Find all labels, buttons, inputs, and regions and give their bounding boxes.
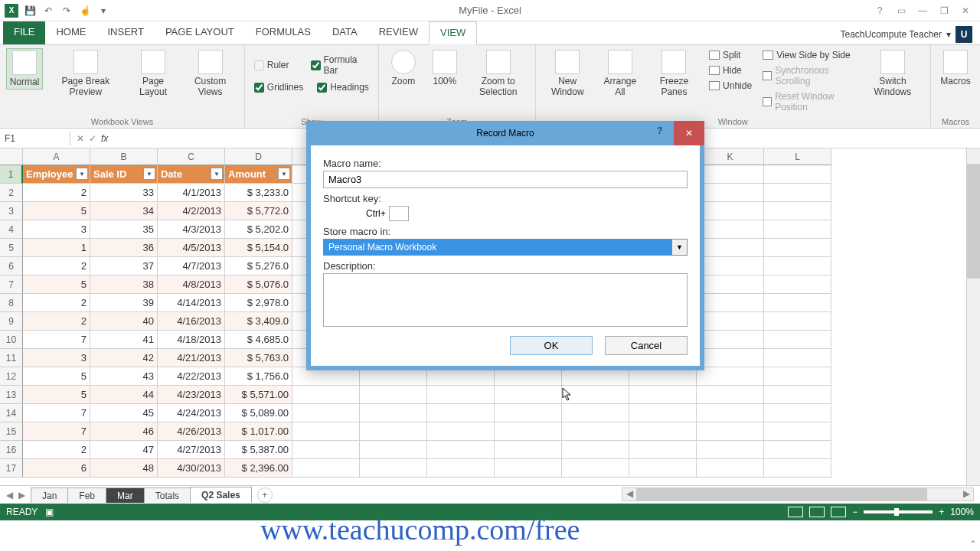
cell[interactable] <box>764 441 831 459</box>
cell[interactable]: 7 <box>23 331 90 349</box>
cell[interactable] <box>697 367 764 386</box>
dialog-titlebar[interactable]: Record Macro ? ✕ <box>306 121 704 145</box>
cell[interactable] <box>562 386 629 404</box>
cell[interactable] <box>292 386 360 404</box>
cell[interactable]: 35 <box>90 220 158 239</box>
cell[interactable] <box>427 404 495 422</box>
cell[interactable] <box>360 404 427 422</box>
gridlines-checkbox[interactable]: Gridlines <box>251 80 306 94</box>
zoom-out-icon[interactable]: − <box>852 507 858 517</box>
cell[interactable] <box>562 459 629 478</box>
cell[interactable] <box>495 441 562 459</box>
table-header[interactable]: Amount▼ <box>225 165 292 184</box>
cell[interactable] <box>629 422 697 441</box>
close-icon[interactable]: ✕ <box>956 4 975 18</box>
store-macro-dropdown[interactable]: Personal Macro Workbook ▼ <box>323 239 688 256</box>
unhide-button[interactable]: Unhide <box>706 79 755 93</box>
side-by-side-button[interactable]: View Side by Side <box>760 48 857 62</box>
cell[interactable]: 4/7/2013 <box>158 257 225 276</box>
cell[interactable]: 39 <box>90 294 158 312</box>
col-header[interactable]: C <box>158 148 225 165</box>
arrange-all-button[interactable]: Arrange All <box>598 48 642 99</box>
cell[interactable]: 4/18/2013 <box>158 331 225 349</box>
cell[interactable] <box>697 331 764 349</box>
cell[interactable] <box>764 386 831 404</box>
cell[interactable] <box>764 257 831 276</box>
cell[interactable]: $ 5,276.0 <box>225 257 292 276</box>
cell[interactable]: 7 <box>23 404 90 422</box>
cell[interactable]: $ 3,409.0 <box>225 312 292 331</box>
cell[interactable] <box>360 441 427 459</box>
normal-view-icon[interactable] <box>788 507 803 517</box>
cell[interactable]: 5 <box>23 202 90 220</box>
cell[interactable]: 47 <box>90 441 158 459</box>
dialog-close-icon[interactable]: ✕ <box>674 121 704 145</box>
cell[interactable]: $ 5,202.0 <box>225 220 292 239</box>
row-header[interactable]: 12 <box>0 367 23 386</box>
add-sheet-button[interactable]: + <box>257 487 273 503</box>
cell[interactable]: 36 <box>90 239 158 257</box>
cell[interactable]: 4/8/2013 <box>158 276 225 294</box>
touch-icon[interactable]: ☝ <box>78 4 92 18</box>
row-header[interactable]: 15 <box>0 422 23 441</box>
cell[interactable]: 33 <box>90 184 158 202</box>
split-button[interactable]: Split <box>706 48 755 62</box>
enter-formula-icon[interactable]: ✓ <box>89 133 96 144</box>
cell[interactable]: 4/30/2013 <box>158 459 225 478</box>
cell[interactable]: $ 1,017.00 <box>225 422 292 441</box>
row-header[interactable]: 14 <box>0 404 23 422</box>
page-layout-view-icon[interactable] <box>809 507 825 517</box>
cell[interactable]: 4/16/2013 <box>158 312 225 331</box>
cell[interactable]: 4/3/2013 <box>158 220 225 239</box>
cell[interactable] <box>697 220 764 239</box>
hide-button[interactable]: Hide <box>706 64 755 77</box>
cell[interactable] <box>697 257 764 276</box>
tab-home[interactable]: HOME <box>45 21 96 44</box>
cell[interactable]: 3 <box>23 220 90 239</box>
sheet-tab-feb[interactable]: Feb <box>67 487 106 503</box>
page-break-view-icon[interactable] <box>831 507 846 517</box>
switch-windows-button[interactable]: Switch Windows <box>861 48 924 99</box>
row-header[interactable]: 2 <box>0 184 23 202</box>
cell[interactable] <box>697 459 764 478</box>
cell[interactable] <box>562 441 629 459</box>
cell[interactable] <box>764 312 831 331</box>
custom-views-button[interactable]: Custom Views <box>182 48 237 99</box>
cell[interactable] <box>764 459 831 478</box>
cell[interactable]: 1 <box>23 239 90 257</box>
row-header[interactable]: 11 <box>0 349 23 367</box>
cell[interactable] <box>697 165 764 184</box>
cell[interactable]: 6 <box>23 459 90 478</box>
cell[interactable]: 38 <box>90 276 158 294</box>
page-break-button[interactable]: Page Break Preview <box>47 48 124 99</box>
select-all-corner[interactable] <box>0 148 23 165</box>
cell[interactable]: 4/1/2013 <box>158 184 225 202</box>
cell[interactable]: 45 <box>90 404 158 422</box>
cell[interactable] <box>697 294 764 312</box>
cell[interactable] <box>764 367 831 386</box>
filter-dropdown-icon[interactable]: ▼ <box>211 168 223 180</box>
cell[interactable] <box>764 422 831 441</box>
cell[interactable]: 4/22/2013 <box>158 367 225 386</box>
cell[interactable]: 40 <box>90 312 158 331</box>
cell[interactable] <box>697 441 764 459</box>
cell[interactable] <box>629 386 697 404</box>
vertical-scrollbar[interactable] <box>966 148 980 485</box>
cell[interactable]: 4/23/2013 <box>158 386 225 404</box>
headings-checkbox[interactable]: Headings <box>314 80 372 94</box>
ok-button[interactable]: OK <box>510 336 593 355</box>
cell[interactable] <box>292 441 360 459</box>
fx-icon[interactable]: fx <box>101 133 108 144</box>
qat-dropdown-icon[interactable]: ▾ <box>96 4 110 18</box>
cell[interactable]: 4/14/2013 <box>158 294 225 312</box>
cell[interactable]: 7 <box>23 422 90 441</box>
cell[interactable] <box>360 422 427 441</box>
macros-button[interactable]: Macros <box>937 48 974 88</box>
sheet-tab-q2-sales[interactable]: Q2 Sales <box>190 487 252 503</box>
zoom-in-icon[interactable]: + <box>939 507 944 517</box>
cancel-formula-icon[interactable]: ✕ <box>77 133 84 144</box>
new-window-button[interactable]: New Window <box>542 48 593 99</box>
cell[interactable]: 34 <box>90 202 158 220</box>
table-header[interactable]: Sale ID▼ <box>90 165 158 184</box>
row-header[interactable]: 3 <box>0 202 23 220</box>
